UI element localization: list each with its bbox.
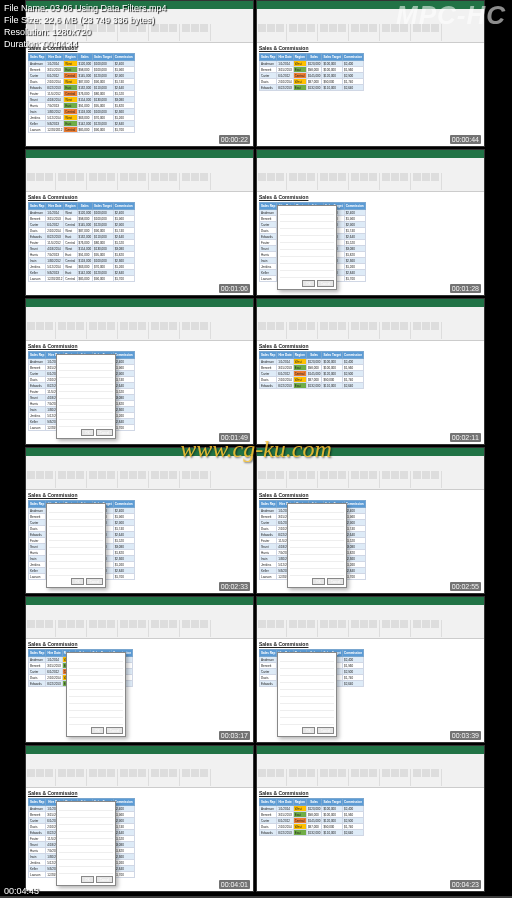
table-header[interactable]: Sales Rep — [29, 501, 46, 508]
table-header[interactable]: Region — [64, 54, 77, 61]
dialog-item[interactable]: Filter by Color — [59, 832, 113, 839]
table-header[interactable]: Sales Target — [322, 352, 343, 359]
table-header[interactable]: Sales Target — [322, 799, 343, 806]
thumbnail[interactable]: Sales & CommissionSales RepHire DateRegi… — [25, 149, 254, 296]
thumbnail[interactable]: Sales & CommissionSales RepHire DateRegi… — [25, 596, 254, 743]
cancel-button[interactable]: Cancel — [317, 727, 334, 734]
dialog-item[interactable]: Central — [280, 704, 334, 711]
dialog-item[interactable]: (Select All) — [59, 846, 113, 853]
dialog-item[interactable]: East — [49, 562, 103, 569]
table-header[interactable]: Sales — [77, 54, 93, 61]
table-header[interactable]: Hire Date — [277, 799, 293, 806]
cancel-button[interactable]: Cancel — [106, 727, 123, 734]
table-header[interactable]: Sales Target — [93, 54, 114, 61]
table-header[interactable]: Sales Rep — [260, 352, 277, 359]
table-header[interactable]: Commission — [113, 54, 134, 61]
filter-dialog[interactable]: Sort A to ZSort Z to ASort by ColorClear… — [66, 652, 126, 737]
dialog-item[interactable]: (Select All) — [280, 250, 334, 257]
table-header[interactable]: Sales Rep — [29, 799, 46, 806]
dialog-item[interactable]: Filter by Color — [280, 683, 334, 690]
dialog-item[interactable]: Sort by Color — [280, 222, 334, 229]
dialog-item[interactable]: East — [280, 264, 334, 271]
cancel-button[interactable]: Cancel — [96, 876, 113, 883]
ok-button[interactable]: OK — [81, 429, 93, 436]
table-header[interactable]: Hire Date — [277, 54, 293, 61]
dialog-item[interactable]: Text Filters — [280, 243, 334, 250]
table-header[interactable]: Sales Rep — [260, 54, 277, 61]
dialog-item[interactable]: Clear Filter — [280, 676, 334, 683]
dialog-item[interactable]: West — [59, 867, 113, 874]
table-header[interactable]: Hire Date — [277, 352, 293, 359]
table-header[interactable]: Commission — [344, 203, 365, 210]
ok-button[interactable]: OK — [71, 578, 83, 585]
dialog-item[interactable]: Clear Filter — [290, 527, 344, 534]
dialog-item[interactable]: East — [69, 711, 123, 718]
dialog-item[interactable]: Sort A to Z — [69, 655, 123, 662]
table-header[interactable]: Sales Rep — [260, 501, 277, 508]
dialog-item[interactable]: Text Filters — [280, 690, 334, 697]
dialog-item[interactable]: Sort by Color — [290, 520, 344, 527]
dialog-item[interactable]: Sort Z to A — [69, 662, 123, 669]
filter-dialog[interactable]: Sort A to ZSort Z to ASort by ColorClear… — [277, 652, 337, 737]
dialog-item[interactable]: Sort by Color — [280, 669, 334, 676]
table-header[interactable]: Hire Date — [46, 203, 64, 210]
table-header[interactable]: Region — [293, 799, 306, 806]
dialog-item[interactable]: Sort Z to A — [49, 513, 103, 520]
thumbnail[interactable]: Sales & CommissionSales RepHire DateRegi… — [256, 745, 485, 892]
dialog-item[interactable]: (Select All) — [49, 548, 103, 555]
dialog-item[interactable]: Sort Z to A — [280, 662, 334, 669]
table-header[interactable]: Sales Target — [322, 54, 343, 61]
table-header[interactable]: Commission — [113, 799, 134, 806]
table-header[interactable]: Hire Date — [46, 650, 62, 657]
dialog-item[interactable]: Text Filters — [290, 541, 344, 548]
dialog-item[interactable]: West — [280, 271, 334, 278]
ok-button[interactable]: OK — [312, 578, 324, 585]
dialog-item[interactable]: (Select All) — [59, 399, 113, 406]
dialog-item[interactable]: Sort Z to A — [290, 513, 344, 520]
thumbnail[interactable]: Sales & CommissionSales RepHire DateRegi… — [256, 149, 485, 296]
thumbnail[interactable]: Sales & CommissionSales RepHire DateRegi… — [25, 745, 254, 892]
dialog-item[interactable]: Text Filters — [59, 392, 113, 399]
dialog-item[interactable]: (Select All) — [290, 548, 344, 555]
table-header[interactable]: Sales Rep — [260, 203, 277, 210]
dialog-item[interactable]: Sort A to Z — [49, 506, 103, 513]
dialog-item[interactable]: Sort by Color — [59, 371, 113, 378]
dialog-item[interactable]: East — [59, 413, 113, 420]
table-header[interactable]: Sales Rep — [260, 650, 277, 657]
dialog-item[interactable]: Sort A to Z — [280, 655, 334, 662]
table-header[interactable]: Sales Rep — [29, 650, 46, 657]
ok-button[interactable]: OK — [302, 727, 314, 734]
table-header[interactable]: Commission — [343, 54, 364, 61]
table-header[interactable]: Sales Rep — [29, 203, 46, 210]
table-header[interactable]: Commission — [343, 352, 364, 359]
table-header[interactable]: Commission — [343, 799, 364, 806]
table-header[interactable]: Sales Rep — [29, 54, 46, 61]
dialog-item[interactable]: Sort A to Z — [59, 804, 113, 811]
dialog-item[interactable]: Filter by Color — [69, 683, 123, 690]
filter-dialog[interactable]: Sort A to ZSort Z to ASort by ColorClear… — [287, 503, 347, 588]
table-header[interactable]: Commission — [113, 501, 134, 508]
dialog-item[interactable]: Clear Filter — [280, 229, 334, 236]
filter-dialog[interactable]: Sort A to ZSort Z to ASort by ColorClear… — [56, 354, 116, 439]
dialog-item[interactable]: Filter by Color — [280, 236, 334, 243]
table-header[interactable]: Sales Target — [93, 203, 114, 210]
thumbnail[interactable]: Sales & CommissionSales RepHire DateRegi… — [256, 447, 485, 594]
dialog-item[interactable]: Sort by Color — [49, 520, 103, 527]
table-header[interactable]: Commission — [113, 203, 134, 210]
dialog-item[interactable]: Clear Filter — [69, 676, 123, 683]
filter-dialog[interactable]: Sort A to ZSort Z to ASort by ColorClear… — [56, 801, 116, 886]
table-header[interactable]: Region — [293, 54, 306, 61]
dialog-item[interactable]: Central — [49, 555, 103, 562]
dialog-item[interactable]: Filter by Color — [290, 534, 344, 541]
dialog-item[interactable]: Text Filters — [49, 541, 103, 548]
dialog-item[interactable]: Sort by Color — [69, 669, 123, 676]
table-header[interactable]: Sales — [306, 54, 322, 61]
table-header[interactable]: Region — [293, 352, 306, 359]
dialog-item[interactable]: East — [59, 860, 113, 867]
table-header[interactable]: Sales Rep — [260, 799, 277, 806]
dialog-item[interactable]: Clear Filter — [49, 527, 103, 534]
cancel-button[interactable]: Cancel — [317, 280, 334, 287]
table-header[interactable]: Commission — [343, 650, 364, 657]
dialog-item[interactable]: Sort A to Z — [280, 208, 334, 215]
table-header[interactable]: Commission — [344, 501, 365, 508]
